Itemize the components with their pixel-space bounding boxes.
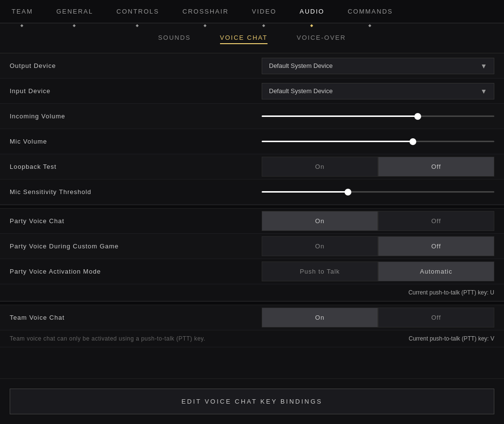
team-voice-chat-off-btn[interactable]: Off — [378, 308, 494, 327]
incoming-volume-row: Incoming Volume — [0, 104, 504, 129]
incoming-volume-slider[interactable] — [262, 112, 494, 121]
party-voice-chat-toggle-group: On Off — [262, 211, 494, 231]
party-voice-activation-row: Party Voice Activation Mode Push to Talk… — [0, 259, 504, 284]
section-divider — [0, 205, 504, 209]
page-wrapper: TEAM GENERAL CONTROLS CROSSHAIR VIDEO AU… — [0, 0, 504, 424]
party-voice-custom-game-off-btn[interactable]: Off — [378, 236, 494, 256]
output-device-row: Output Device Default System Device ▼ — [0, 53, 504, 79]
input-device-label: Input Device — [10, 87, 262, 95]
slider-thumb[interactable] — [414, 113, 421, 120]
input-device-row: Input Device Default System Device ▼ — [0, 79, 504, 104]
team-voice-note-text: Team voice chat can only be activated us… — [10, 335, 262, 342]
top-nav: TEAM GENERAL CONTROLS CROSSHAIR VIDEO AU… — [0, 0, 504, 23]
party-voice-chat-row: Party Voice Chat On Off — [0, 209, 504, 234]
team-voice-chat-toggle-group: On Off — [262, 308, 494, 327]
bottom-bar: EDIT VOICE CHAT KEY BINDINGS — [0, 378, 504, 424]
team-voice-note-row: Team voice chat can only be activated us… — [0, 330, 504, 347]
tab-voice-chat[interactable]: VOICE CHAT — [220, 32, 268, 44]
party-voice-chat-label: Party Voice Chat — [10, 217, 262, 225]
dropdown-arrow-icon: ▼ — [480, 62, 487, 70]
tab-voice-over[interactable]: VOICE-OVER — [297, 32, 346, 44]
team-ptt-key-text: Current push-to-talk (PTT) key: V — [262, 335, 494, 342]
mic-sensitivity-control — [262, 187, 494, 197]
party-voice-activation-control: Push to Talk Automatic — [262, 261, 494, 281]
mic-sensitivity-row: Mic Sensitivity Threshold — [0, 179, 504, 205]
mic-sensitivity-label: Mic Sensitivity Threshold — [10, 188, 262, 196]
party-voice-activation-toggle-group: Push to Talk Automatic — [262, 261, 494, 281]
incoming-volume-control — [262, 112, 494, 121]
party-voice-activation-ptt-btn[interactable]: Push to Talk — [262, 261, 378, 281]
input-device-dropdown[interactable]: Default System Device ▼ — [262, 83, 494, 99]
dropdown-arrow-icon: ▼ — [480, 87, 487, 95]
party-ptt-note-row: Current push-to-talk (PTT) key: U — [0, 284, 504, 301]
party-voice-custom-game-toggle-group: On Off — [262, 236, 494, 256]
sub-nav: SOUNDS VOICE CHAT VOICE-OVER — [0, 23, 504, 53]
mic-sensitivity-slider[interactable] — [262, 187, 494, 197]
loopback-off-btn[interactable]: Off — [378, 157, 494, 177]
section-divider-2 — [0, 301, 504, 305]
party-voice-custom-game-on-btn[interactable]: On — [262, 236, 378, 256]
edit-key-bindings-button[interactable]: EDIT VOICE CHAT KEY BINDINGS — [10, 389, 494, 414]
page-content: SOUNDS VOICE CHAT VOICE-OVER Output Devi… — [0, 23, 504, 424]
team-voice-chat-control: On Off — [262, 308, 494, 327]
party-voice-chat-on-btn[interactable]: On — [262, 211, 378, 231]
output-device-dropdown[interactable]: Default System Device ▼ — [262, 58, 494, 74]
nav-item-video[interactable]: VIDEO — [240, 0, 288, 23]
nav-item-commands[interactable]: COMMANDS — [336, 0, 404, 23]
team-voice-chat-row: Team Voice Chat On Off — [0, 305, 504, 330]
party-voice-custom-game-row: Party Voice During Custom Game On Off — [0, 234, 504, 259]
slider-track — [262, 141, 494, 142]
loopback-test-control: On Off — [262, 157, 494, 177]
party-voice-custom-game-control: On Off — [262, 236, 494, 256]
slider-track — [262, 191, 494, 193]
party-voice-custom-game-label: Party Voice During Custom Game — [10, 243, 262, 250]
slider-thumb[interactable] — [410, 138, 416, 145]
loopback-on-btn[interactable]: On — [262, 157, 378, 177]
slider-thumb[interactable] — [345, 189, 351, 196]
slider-fill — [262, 115, 418, 117]
team-voice-chat-on-btn[interactable]: On — [262, 308, 378, 327]
mic-volume-control — [262, 137, 494, 147]
slider-track — [262, 115, 494, 117]
loopback-test-row: Loopback Test On Off — [0, 154, 504, 179]
mic-volume-slider[interactable] — [262, 137, 494, 147]
loopback-toggle-group: On Off — [262, 157, 494, 177]
output-device-control: Default System Device ▼ — [262, 58, 494, 74]
party-voice-activation-auto-btn[interactable]: Automatic — [378, 261, 494, 281]
nav-item-crosshair[interactable]: CROSSHAIR — [171, 0, 240, 23]
team-voice-chat-label: Team Voice Chat — [10, 314, 262, 321]
output-device-label: Output Device — [10, 62, 262, 69]
party-ptt-key-text: Current push-to-talk (PTT) key: U — [262, 289, 494, 296]
input-device-control: Default System Device ▼ — [262, 83, 494, 99]
nav-item-general[interactable]: GENERAL — [45, 0, 105, 23]
nav-item-controls[interactable]: CONTROLS — [105, 0, 171, 23]
mic-volume-row: Mic Volume — [0, 129, 504, 154]
tab-sounds[interactable]: SOUNDS — [158, 32, 191, 44]
nav-item-audio[interactable]: AUDIO — [288, 0, 336, 23]
slider-fill — [262, 141, 413, 142]
loopback-test-label: Loopback Test — [10, 163, 262, 170]
slider-fill — [262, 191, 348, 193]
incoming-volume-label: Incoming Volume — [10, 113, 262, 120]
party-voice-chat-control: On Off — [262, 211, 494, 231]
nav-item-team[interactable]: TEAM — [0, 0, 45, 23]
settings-content: Output Device Default System Device ▼ In… — [0, 53, 504, 347]
party-voice-activation-label: Party Voice Activation Mode — [10, 268, 262, 275]
mic-volume-label: Mic Volume — [10, 138, 262, 145]
party-voice-chat-off-btn[interactable]: Off — [378, 211, 494, 231]
